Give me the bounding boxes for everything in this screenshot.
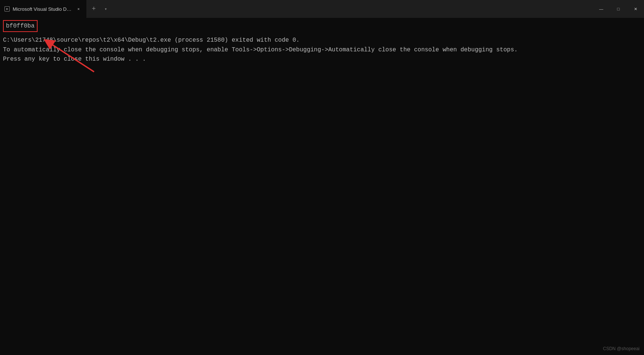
watermark: CSDN @shopeeai [603,346,640,351]
console-line-1: C:\Users\21748\source\repos\t2\x64\Debug… [3,36,641,45]
minimize-button[interactable]: — [593,3,610,15]
tab-title: Microsoft Visual Studio Debu [13,6,72,12]
console-area: bf0ff0ba C:\Users\21748\source\repos\t2\… [0,18,644,355]
output-box: bf0ff0ba [3,20,38,32]
tab-dropdown-button[interactable]: ▾ [100,3,112,15]
active-tab[interactable]: ▶ Microsoft Visual Studio Debu × [0,0,86,18]
console-line-3: Press any key to close this window . . . [3,55,641,64]
tab-close-button[interactable]: × [75,6,82,12]
title-bar: ▶ Microsoft Visual Studio Debu × + ▾ — □… [0,0,644,18]
tab-area: ▶ Microsoft Visual Studio Debu × + ▾ [0,0,593,18]
new-tab-button[interactable]: + [88,3,100,15]
maximize-button[interactable]: □ [610,3,627,15]
close-button[interactable]: ✕ [627,3,644,15]
window-controls: — □ ✕ [593,0,644,18]
console-line-2: To automatically close the console when … [3,45,641,55]
output-value: bf0ff0ba [6,23,35,29]
terminal-icon: ▶ [4,6,10,12]
